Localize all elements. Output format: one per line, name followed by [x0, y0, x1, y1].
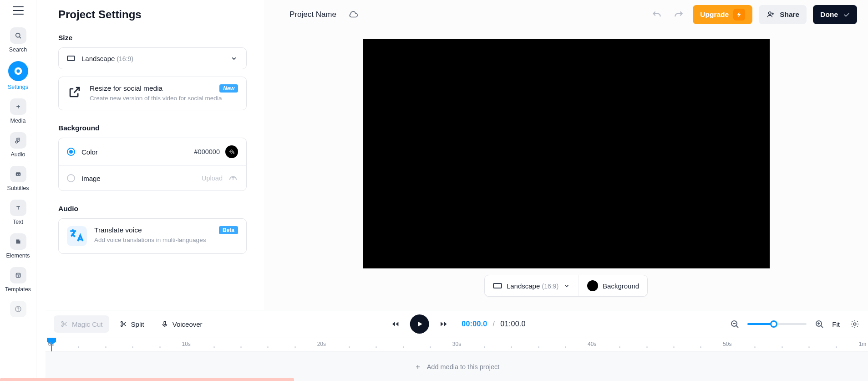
- ruler-minor-tick: [782, 346, 783, 348]
- bg-image-label: Image: [81, 175, 101, 182]
- ruler-minor-tick: [132, 346, 133, 348]
- resize-title: Resize for social media: [90, 84, 162, 93]
- layout-icon: [10, 267, 26, 283]
- svg-point-31: [853, 323, 856, 325]
- bg-image-radio[interactable]: [67, 174, 75, 182]
- nav-item-search[interactable]: Search: [0, 27, 36, 53]
- nav-item-templates[interactable]: Templates: [0, 267, 36, 293]
- ruler-tick-label: 1m: [859, 341, 867, 347]
- bg-color-label: Color: [81, 148, 98, 156]
- bg-upload-label: Upload: [202, 175, 223, 182]
- progress-strip: [0, 378, 294, 381]
- size-select[interactable]: Landscape(16:9): [58, 47, 247, 69]
- check-icon: [843, 10, 851, 19]
- bg-color-swatch[interactable]: [225, 145, 238, 158]
- nav-item-elements[interactable]: Elements: [0, 233, 36, 259]
- undo-button[interactable]: [649, 7, 665, 22]
- nav-item-help[interactable]: [0, 301, 36, 317]
- done-button[interactable]: Done: [813, 5, 857, 24]
- svg-point-19: [62, 322, 63, 323]
- resize-card[interactable]: Resize for social media New Create new v…: [58, 77, 247, 110]
- ruler-minor-tick: [430, 346, 431, 348]
- nav-label: Subtitles: [7, 185, 29, 191]
- ruler-tick-label: 0s: [48, 341, 54, 347]
- voiceover-label: Voiceover: [173, 320, 203, 328]
- ruler-minor-tick: [105, 346, 107, 348]
- nav-item-text[interactable]: Text: [0, 200, 36, 225]
- translate-card[interactable]: Translate voice Beta Add voice translati…: [58, 218, 247, 254]
- left-nav-rail: Search Settings Media Audio Subtitles Te…: [0, 0, 36, 381]
- timeline: Magic Cut Split Voiceover 00:00.0 / 01:0…: [46, 310, 868, 381]
- zoom-slider[interactable]: [747, 323, 807, 325]
- split-button[interactable]: Split: [113, 315, 151, 333]
- ruler-minor-tick: [538, 346, 539, 348]
- timeline-settings-icon[interactable]: [850, 319, 860, 329]
- scissors-sparkle-icon: [60, 320, 68, 328]
- add-media-track[interactable]: Add media to this project: [46, 351, 868, 381]
- size-heading: Size: [58, 34, 247, 42]
- ruler-minor-tick: [673, 346, 675, 348]
- cloud-icon[interactable]: [348, 10, 358, 20]
- forward-button[interactable]: [436, 317, 451, 331]
- timeline-ruler[interactable]: 0s10s20s30s40s50s1m: [46, 338, 868, 351]
- subtitles-icon: [10, 166, 26, 182]
- share-button[interactable]: Share: [759, 5, 807, 24]
- svg-point-21: [121, 322, 122, 323]
- ruler-minor-tick: [565, 346, 566, 348]
- svg-point-0: [15, 33, 20, 37]
- nav-label: Elements: [6, 252, 30, 259]
- ruler-minor-tick: [700, 346, 701, 348]
- nav-label: Audio: [11, 151, 25, 158]
- redo-button[interactable]: [671, 7, 686, 22]
- timecode-current: 00:00.0: [462, 320, 487, 328]
- canvas-aspect-button[interactable]: Landscape (16:9): [485, 275, 579, 296]
- play-button[interactable]: [410, 314, 429, 334]
- bg-image-row[interactable]: Image Upload: [59, 165, 246, 190]
- zoom-out-button[interactable]: [729, 319, 740, 330]
- nav-label: Search: [9, 46, 27, 53]
- svg-point-15: [18, 310, 18, 311]
- bg-color-radio[interactable]: [67, 148, 75, 156]
- upgrade-button[interactable]: Upgrade: [693, 5, 752, 24]
- ruler-minor-tick: [349, 346, 350, 348]
- nav-item-media[interactable]: Media: [0, 98, 36, 124]
- svg-point-3: [16, 69, 20, 72]
- ruler-minor-tick: [836, 346, 837, 348]
- canvas-background-button[interactable]: Background: [579, 275, 647, 296]
- share-label: Share: [780, 10, 799, 19]
- timeline-left-gutter: [36, 310, 46, 381]
- svg-point-16: [769, 12, 771, 14]
- voiceover-button[interactable]: Voiceover: [154, 315, 209, 333]
- done-label: Done: [820, 10, 838, 19]
- split-label: Split: [131, 320, 144, 328]
- ruler-minor-tick: [78, 346, 79, 348]
- video-canvas[interactable]: [363, 39, 770, 268]
- sticker-icon: [10, 233, 26, 250]
- nav-item-audio[interactable]: Audio: [0, 132, 36, 158]
- nav-item-settings[interactable]: Settings: [0, 61, 36, 90]
- nav-item-subtitles[interactable]: Subtitles: [0, 166, 36, 191]
- chevron-down-icon: [563, 282, 570, 289]
- size-label: Landscape: [81, 55, 115, 62]
- svg-rect-23: [164, 321, 166, 325]
- playback-controls: 00:00.0 / 01:00.0: [388, 314, 526, 334]
- help-icon: [10, 301, 26, 317]
- menu-icon[interactable]: [13, 6, 24, 15]
- size-ratio: (16:9): [117, 55, 133, 62]
- svg-point-20: [62, 325, 63, 326]
- translate-icon: [67, 226, 87, 246]
- timecode-duration: 01:00.0: [500, 320, 525, 328]
- plus-square-icon: [10, 98, 26, 115]
- timecode: 00:00.0 / 01:00.0: [462, 320, 526, 328]
- chevron-down-icon: [230, 54, 238, 62]
- project-name[interactable]: Project Name: [289, 10, 336, 19]
- fit-button[interactable]: Fit: [832, 320, 840, 328]
- canvas-area: Landscape (16:9) Background: [264, 29, 868, 310]
- timeline-toolbar: Magic Cut Split Voiceover 00:00.0 / 01:0…: [46, 310, 868, 338]
- bg-color-row[interactable]: Color #000000: [59, 138, 246, 165]
- rewind-button[interactable]: [388, 317, 402, 331]
- zoom-in-button[interactable]: [814, 319, 825, 330]
- new-badge: New: [219, 84, 238, 93]
- translate-title: Translate voice: [94, 226, 142, 234]
- background-swatch-icon: [587, 280, 598, 291]
